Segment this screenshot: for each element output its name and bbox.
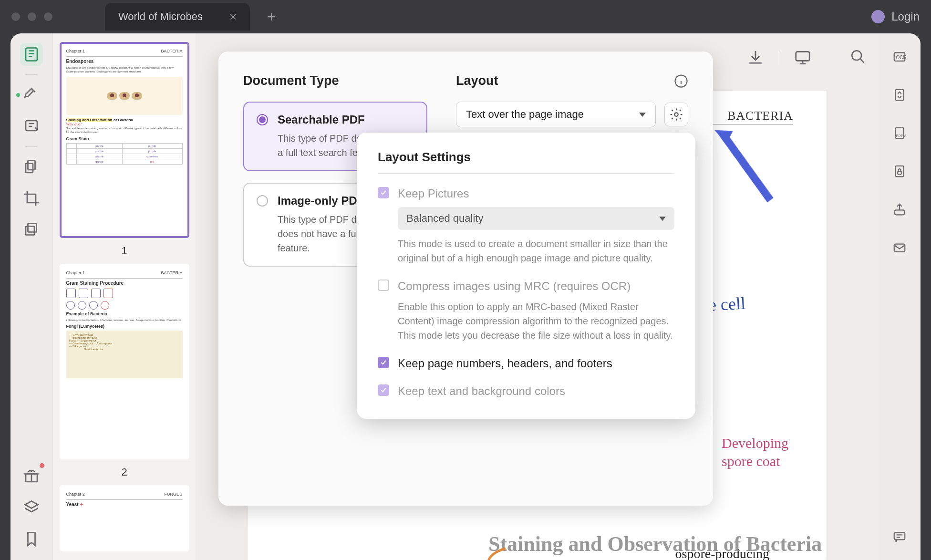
check-icon [380,386,387,394]
chevron-down-icon [659,217,666,221]
svg-rect-5 [26,227,34,235]
svg-point-8 [852,51,861,60]
check-icon [380,359,387,366]
avatar-icon [871,10,885,23]
crop-button[interactable] [20,187,43,210]
share-button[interactable] [890,199,910,219]
svg-rect-0 [26,48,37,61]
login-label: Login [891,10,920,23]
comment-button[interactable] [890,527,910,547]
close-tab-icon[interactable]: × [229,10,237,24]
radio-image-only[interactable] [257,195,268,207]
compress-mrc-label: Compress images using MRC (requires OCR) [398,280,631,293]
copy-pages-button[interactable] [20,156,43,178]
compress-mrc-checkbox[interactable] [378,280,389,291]
keep-pictures-label: Keep Pictures [398,187,469,200]
svg-rect-7 [796,52,810,61]
layout-settings-popover: Layout Settings Keep Pictures Balanced q… [357,133,695,419]
check-icon [380,189,387,197]
thumbnail-label-1: 1 [121,245,127,257]
doc-type-heading: Document Type [243,73,427,88]
divider [25,146,38,147]
keep-pictures-checkbox[interactable] [378,187,389,198]
annotation-icon [23,118,40,135]
svg-rect-16 [895,210,904,215]
ocr-button[interactable]: OCR [890,47,910,67]
bookmark-button[interactable] [20,528,43,550]
pdfa-button[interactable]: PDF/A [890,123,910,143]
annotation-button[interactable] [20,115,43,138]
mail-button[interactable] [890,238,910,258]
gear-icon [669,107,683,122]
layout-select[interactable]: Text over the page image [456,102,656,127]
left-toolbar [10,33,52,560]
layout-select-value: Text over the page image [466,108,584,121]
keep-colors-checkbox[interactable] [378,384,389,396]
svg-rect-15 [898,171,901,174]
search-icon[interactable] [850,49,866,65]
quality-select-value: Balanced quality [406,212,483,225]
copy-icon [23,158,40,176]
thumbnail-page-3[interactable]: Chapter 2FUNGUS Yeast ✦ [60,485,189,551]
layers-icon [23,499,40,516]
share-icon [892,202,907,217]
svg-rect-17 [894,244,905,252]
svg-rect-1 [26,121,37,131]
svg-text:OCR: OCR [896,55,907,60]
new-tab-button[interactable]: + [267,8,276,26]
document-tab[interactable]: World of Microbes × [105,3,250,31]
close-window-button[interactable] [11,12,20,21]
bookmark-icon [23,530,40,548]
tab-title: World of Microbes [118,10,203,23]
traffic-lights [11,12,52,21]
stack-square-icon [23,221,40,239]
section-heading: Staining and Observation of Bacteria [488,532,822,556]
reader-mode-button[interactable] [20,43,43,66]
keep-headers-label: Keep page numbers, headers, and footers [398,357,612,370]
comment-icon [892,529,907,544]
info-icon[interactable] [674,74,688,88]
svg-text:PDF/A: PDF/A [896,134,907,138]
activity-indicator [16,93,20,97]
book-icon [23,46,40,63]
highlighter-icon [23,86,40,104]
thumbnail-panel: Chapter 1BACTERIA Endospores Endospores … [52,33,196,560]
thumbnail-page-2[interactable]: Chapter 1BACTERIA Gram Staining Procedur… [60,264,189,460]
svg-rect-4 [28,224,37,232]
quality-help-text: This mode is used to create a document s… [398,237,674,265]
layout-settings-button[interactable] [664,103,688,126]
radio-searchable[interactable] [257,114,268,125]
thumbnail-label-2: 2 [121,466,127,478]
gift-icon [23,467,40,485]
svg-rect-3 [26,164,33,173]
keep-headers-checkbox[interactable] [378,357,389,368]
svg-rect-2 [28,161,35,170]
protect-button[interactable] [890,161,910,181]
compress-help-text: Enable this option to apply an MRC-based… [398,300,674,342]
minimize-window-button[interactable] [28,12,36,21]
svg-rect-18 [894,532,905,539]
convert-icon [892,88,907,102]
chevron-down-icon [639,113,646,117]
gift-button[interactable] [20,465,43,487]
crop-icon [23,190,40,207]
presentation-icon[interactable] [794,49,812,67]
layers-square-button[interactable] [20,218,43,241]
layers-button[interactable] [20,496,43,519]
mail-icon [892,240,907,255]
lock-document-icon [892,164,907,178]
pdfa-icon: PDF/A [892,126,907,140]
settings-title: Layout Settings [378,150,674,165]
download-icon[interactable] [746,49,765,67]
svg-rect-11 [895,90,904,101]
titlebar: World of Microbes × + Login [0,0,931,33]
maximize-window-button[interactable] [44,12,52,21]
thumbnail-page-1[interactable]: Chapter 1BACTERIA Endospores Endospores … [60,42,189,238]
handwritten-label-developing: Developing spore coat [722,434,788,470]
highlighter-button[interactable] [20,83,43,106]
svg-point-20 [674,113,678,116]
login-button[interactable]: Login [871,10,920,23]
quality-select[interactable]: Balanced quality [398,207,674,230]
searchable-title: Searchable PDF [278,113,414,126]
convert-button[interactable] [890,85,910,105]
